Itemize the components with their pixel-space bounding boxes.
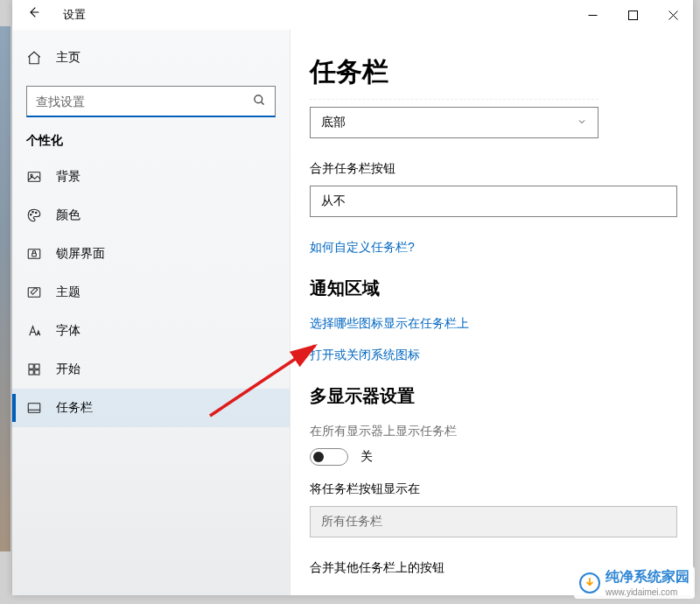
showon-label: 将任务栏按钮显示在 [310, 481, 693, 497]
home-icon [26, 50, 44, 66]
toggle-state-label: 关 [360, 449, 373, 465]
combine-label: 合并任务栏按钮 [310, 161, 693, 177]
back-button[interactable] [18, 0, 51, 30]
start-icon [26, 362, 44, 377]
search-icon [253, 94, 266, 109]
search-input[interactable] [36, 95, 253, 109]
svg-point-8 [31, 214, 32, 216]
settings-body: 主页 个性化 背景 [12, 30, 693, 595]
svg-point-7 [31, 174, 32, 176]
notification-area-heading: 通知区域 [310, 277, 693, 300]
svg-rect-17 [35, 370, 39, 375]
palette-icon [26, 207, 44, 223]
lockscreen-icon [26, 246, 44, 262]
sidebar-item-color[interactable]: 颜色 [12, 196, 290, 235]
multi-monitor-desc: 在所有显示器上显示任务栏 [310, 424, 693, 439]
svg-rect-1 [628, 11, 637, 19]
select-value: 所有任务栏 [321, 514, 382, 530]
customize-link-row: 如何自定义任务栏? [310, 240, 693, 256]
position-select[interactable]: 底部 [310, 107, 598, 138]
background-column [0, 26, 10, 551]
position-field: 底部 [310, 107, 693, 138]
theme-icon [26, 284, 44, 300]
main-content: 任务栏 底部 合并任务栏按钮 从不 如何自定义任务栏? [290, 30, 693, 595]
window-title: 设置 [63, 8, 86, 23]
showon-field: 将任务栏按钮显示在 所有任务栏 [310, 481, 693, 537]
sidebar-item-label: 颜色 [56, 207, 80, 223]
combine-select[interactable]: 从不 [310, 186, 677, 217]
svg-rect-15 [35, 364, 39, 369]
svg-rect-14 [29, 364, 33, 369]
showon-select[interactable]: 所有任务栏 [310, 506, 677, 537]
search-box[interactable] [26, 86, 276, 117]
sidebar-item-background[interactable]: 背景 [12, 158, 290, 196]
customize-taskbar-link[interactable]: 如何自定义任务栏? [310, 240, 415, 254]
close-button[interactable] [653, 0, 693, 30]
sidebar-item-label: 任务栏 [56, 400, 93, 416]
sidebar-item-label: 背景 [56, 169, 80, 185]
divider [310, 99, 598, 100]
system-icons-row: 打开或关闭系统图标 [310, 348, 693, 363]
watermark-text: 纯净系统家园 www.yidaimei.com [606, 568, 690, 597]
maximize-button[interactable] [612, 0, 653, 30]
system-icons-link[interactable]: 打开或关闭系统图标 [310, 348, 420, 362]
sidebar-item-label: 主题 [56, 284, 80, 300]
window-caption-buttons [572, 0, 693, 30]
svg-rect-18 [28, 404, 40, 413]
home-button[interactable]: 主页 [12, 42, 290, 74]
svg-point-10 [36, 212, 38, 214]
home-label: 主页 [56, 50, 80, 66]
watermark-badge-icon [579, 572, 600, 593]
multi-monitor-toggle-row: 关 [310, 448, 693, 466]
select-value: 底部 [321, 115, 346, 130]
select-icons-row: 选择哪些图标显示在任务栏上 [310, 316, 693, 332]
svg-point-4 [255, 95, 262, 102]
svg-line-5 [261, 102, 263, 104]
multi-monitor-heading: 多显示器设置 [310, 384, 693, 408]
page-title: 任务栏 [310, 54, 693, 90]
watermark: 纯净系统家园 www.yidaimei.com [574, 566, 695, 599]
select-value: 从不 [321, 193, 346, 209]
sidebar-item-label: 开始 [56, 362, 80, 377]
svg-point-9 [32, 212, 34, 214]
sidebar-item-theme[interactable]: 主题 [12, 273, 290, 312]
watermark-name: 纯净系统家园 [606, 568, 690, 586]
sidebar-item-font[interactable]: 字体 [12, 312, 290, 350]
watermark-url: www.yidaimei.com [606, 587, 690, 597]
titlebar: 设置 [12, 0, 693, 30]
chevron-down-icon [577, 116, 587, 130]
sidebar-item-start[interactable]: 开始 [12, 350, 290, 389]
settings-window: 设置 主页 [12, 0, 693, 595]
combine-field: 合并任务栏按钮 从不 [310, 161, 693, 217]
svg-rect-16 [29, 370, 33, 375]
sidebar-item-label: 字体 [56, 323, 80, 339]
taskbar-icon [26, 400, 44, 416]
sidebar-nav-list: 背景 颜色 锁屏界面 [12, 158, 290, 427]
sidebar-item-lockscreen[interactable]: 锁屏界面 [12, 235, 290, 273]
multi-monitor-toggle[interactable] [310, 448, 348, 466]
sidebar-section-title: 个性化 [12, 133, 290, 149]
sidebar: 主页 个性化 背景 [12, 30, 290, 595]
toggle-knob [313, 452, 324, 462]
image-icon [26, 169, 44, 185]
font-icon [26, 323, 44, 339]
minimize-button[interactable] [572, 0, 612, 30]
sidebar-item-taskbar[interactable]: 任务栏 [12, 389, 290, 427]
sidebar-item-label: 锁屏界面 [56, 246, 105, 262]
svg-rect-12 [32, 253, 37, 256]
select-icons-link[interactable]: 选择哪些图标显示在任务栏上 [310, 316, 469, 330]
